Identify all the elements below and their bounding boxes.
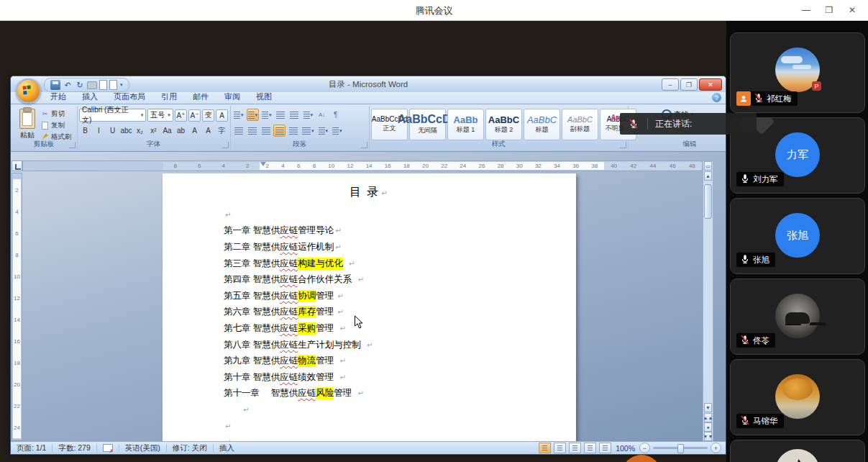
page-indicator[interactable]: 页面: 1/1 xyxy=(11,444,52,453)
font-tool-button[interactable]: A xyxy=(216,109,228,122)
document-page[interactable]: 目 录↵ ↵ 第一章 智慧供应链管理导论↵ 第二章 智慧供应链运 xyxy=(163,173,576,441)
zoom-in-button[interactable]: + xyxy=(711,443,721,453)
clipboard-dialog-launcher-icon[interactable] xyxy=(69,142,76,148)
style-gallery-item[interactable]: AaBbCcDd 无间隔 xyxy=(409,109,446,140)
copy-button[interactable]: 复制 xyxy=(41,120,72,130)
word-count[interactable]: 字数: 279 xyxy=(52,444,96,453)
toc-line[interactable]: 第一章 智慧供应链管理导论↵ xyxy=(224,223,569,240)
scrollbar-thumb[interactable] xyxy=(704,184,712,219)
outline-view-button[interactable] xyxy=(584,443,596,453)
toc-line[interactable]: 第十一章 智慧供应链风险管理 ↵ xyxy=(224,386,569,402)
ribbon-tab[interactable]: 引用 xyxy=(153,91,185,104)
paragraph-dialog-launcher-icon[interactable] xyxy=(361,142,367,148)
first-line-indent-marker[interactable] xyxy=(260,162,266,166)
bullets-button[interactable]: ▾ xyxy=(232,109,245,121)
scroll-up-button[interactable]: ▲ xyxy=(704,171,712,181)
zoom-slider-handle[interactable] xyxy=(677,444,684,453)
word-maximize-button[interactable]: ❐ xyxy=(680,78,698,91)
minimize-button[interactable]: — xyxy=(796,2,816,18)
ribbon-tab[interactable]: 视图 xyxy=(248,91,280,104)
font-format-button[interactable]: ab xyxy=(175,124,187,137)
ribbon-tab[interactable]: 页面布局 xyxy=(106,91,153,104)
horizontal-ruler[interactable]: 8642 2468101214161820222426283032343638 … xyxy=(22,160,701,171)
font-name-select[interactable]: Calibri (西文正文)▾ xyxy=(79,109,146,122)
participant-tile[interactable]: 马镕华 xyxy=(730,359,865,435)
next-page-button[interactable]: ▼▼ xyxy=(704,432,712,441)
zoom-slider[interactable] xyxy=(653,447,708,449)
toc-line[interactable]: ↵ xyxy=(224,207,569,223)
participant-tile[interactable]: 张旭 张旭 xyxy=(730,198,865,274)
toc-line[interactable]: 第七章 智慧供应链采购管理 ↵ xyxy=(224,320,569,337)
toc-line[interactable]: 第五章 智慧供应链协调管理 ↵ xyxy=(224,288,569,304)
font-format-button[interactable]: A xyxy=(188,124,201,137)
style-gallery-item[interactable]: AaBbC 副标题 xyxy=(562,109,598,140)
justify-button[interactable] xyxy=(273,124,285,137)
ribbon-tab[interactable]: 开始 xyxy=(42,91,74,104)
style-gallery-item[interactable]: AaBbC 标题 2 xyxy=(485,109,522,140)
select-browse-object-button[interactable]: ● xyxy=(704,422,712,432)
styles-dialog-launcher-icon[interactable] xyxy=(620,142,626,148)
line-spacing-button[interactable]: ▾ xyxy=(301,124,316,137)
font-tool-button[interactable]: A⁻ xyxy=(188,109,201,122)
toc-line[interactable]: ↵ xyxy=(224,418,569,435)
word-close-button[interactable]: ✕ xyxy=(699,78,722,91)
toc-line[interactable]: ↵ xyxy=(224,434,569,441)
print-layout-view-button[interactable] xyxy=(539,443,551,453)
font-format-button[interactable]: x² xyxy=(147,124,160,137)
language-indicator[interactable]: 英语(美国) xyxy=(119,444,167,453)
asian-layout-button[interactable]: ▾ xyxy=(302,109,315,121)
sort-button[interactable] xyxy=(316,109,328,121)
toc-line[interactable]: 第十章 智慧供应链绩效管理 ↵ xyxy=(224,369,569,386)
increase-indent-button[interactable] xyxy=(288,109,301,121)
office-button[interactable] xyxy=(16,78,41,104)
insert-mode-indicator[interactable]: 插入 xyxy=(214,444,240,453)
font-tool-button[interactable]: A⁺ xyxy=(175,109,187,122)
draft-view-button[interactable] xyxy=(599,443,611,453)
help-icon[interactable] xyxy=(712,93,721,102)
tab-selector-button[interactable] xyxy=(12,160,22,171)
ruler-toggle-button[interactable]: ▭ xyxy=(704,161,712,171)
font-format-button[interactable]: A xyxy=(202,124,214,137)
toc-line[interactable]: ↵ xyxy=(224,402,569,418)
toc-line[interactable]: 第二章 智慧供应链运作机制↵ xyxy=(224,239,569,255)
participant-tile[interactable] xyxy=(730,440,865,462)
toc-line[interactable]: 第三章 智慧供应链构建与优化 ↵ xyxy=(224,255,569,272)
style-gallery-item[interactable]: AaBbC 标题 xyxy=(524,109,560,140)
zoom-out-button[interactable]: − xyxy=(639,443,650,453)
fullscreen-view-button[interactable] xyxy=(554,443,566,453)
font-format-button[interactable]: B xyxy=(79,124,91,137)
align-left-button[interactable] xyxy=(232,124,245,137)
toc-line[interactable]: 第四章 智慧供应链合作伙伴关系 ↵ xyxy=(224,271,569,288)
font-format-button[interactable]: x₂ xyxy=(134,124,146,137)
toc-line[interactable]: 第八章 智慧供应链生产计划与控制 ↵ xyxy=(224,337,569,353)
toc-line[interactable]: 第九章 智慧供应链物流管理 ↵ xyxy=(224,353,569,369)
word-minimize-button[interactable]: – xyxy=(662,78,679,91)
font-tool-button[interactable]: 变 xyxy=(202,109,214,122)
track-changes-indicator[interactable]: 修订: 关闭 xyxy=(167,444,214,453)
participant-tile[interactable]: 佟苓 xyxy=(730,278,865,355)
font-format-button[interactable]: U xyxy=(106,124,119,137)
ribbon-tab[interactable]: 邮件 xyxy=(185,91,216,104)
multilevel-list-button[interactable]: ▾ xyxy=(260,109,273,121)
font-size-select[interactable]: 五号▾ xyxy=(147,109,173,122)
ribbon-tab[interactable]: 审阅 xyxy=(216,91,248,104)
web-layout-view-button[interactable] xyxy=(569,443,581,453)
toc-line[interactable]: 第六章 智慧供应链库存管理 ↵ xyxy=(224,304,569,321)
word-titlebar[interactable]: ↶ ↻ ▾ 目录 - Microsoft Word – ❐ ✕ xyxy=(11,76,726,92)
zoom-level[interactable]: 100% xyxy=(616,444,635,453)
distribute-button[interactable] xyxy=(287,124,299,137)
font-format-button[interactable]: Aa xyxy=(161,124,173,137)
font-dialog-launcher-icon[interactable] xyxy=(222,142,229,148)
cut-button[interactable]: 剪切 xyxy=(41,109,72,119)
decrease-indent-button[interactable] xyxy=(275,109,287,121)
previous-page-button[interactable]: ▲▲ xyxy=(704,413,712,422)
participant-tile[interactable]: P 祁红梅 xyxy=(730,32,865,113)
font-format-button[interactable]: abc xyxy=(120,124,132,137)
borders-button[interactable]: ▾ xyxy=(331,124,344,137)
scroll-down-button[interactable]: ▼ xyxy=(704,403,712,412)
numbering-button[interactable]: ▾ xyxy=(247,109,260,121)
close-button[interactable]: ✕ xyxy=(842,2,862,18)
spellcheck-status[interactable] xyxy=(97,444,119,453)
align-center-button[interactable] xyxy=(246,124,258,137)
ribbon-tab[interactable]: 插入 xyxy=(74,91,106,104)
